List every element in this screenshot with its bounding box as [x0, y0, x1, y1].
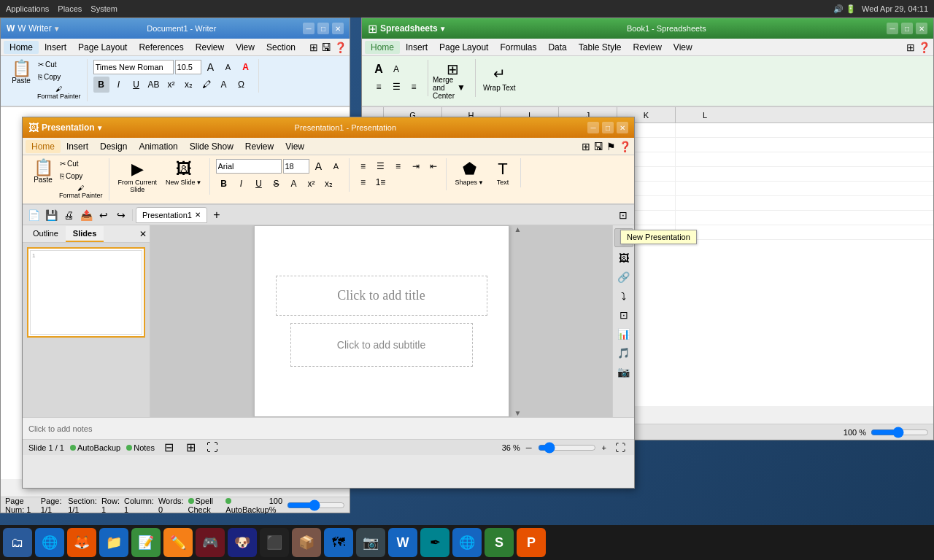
- pres-new-slide-btn[interactable]: 🖼 New Slide ▼: [163, 158, 204, 187]
- scroll-up-arrow[interactable]: ▲: [514, 225, 522, 233]
- pres-zoom-minus[interactable]: ─: [526, 443, 532, 452]
- writer-menu-icon3[interactable]: ❓: [334, 42, 347, 53]
- pres-font-size-selector[interactable]: [283, 159, 309, 174]
- taskbar-gimp[interactable]: 🐶: [228, 528, 257, 557]
- pres-align-center-btn[interactable]: ☰: [373, 158, 389, 174]
- pres-redo-btn[interactable]: ↪: [113, 207, 129, 223]
- pres-font-selector[interactable]: [216, 159, 282, 174]
- spreadsheet-maximize-btn[interactable]: □: [901, 23, 913, 34]
- taskbar-firefox[interactable]: 🦊: [67, 528, 96, 557]
- pres-outdent-btn[interactable]: ⇤: [425, 158, 441, 174]
- writer-maximize-btn[interactable]: □: [317, 23, 329, 34]
- pres-undo-btn[interactable]: ↩: [96, 207, 112, 223]
- ss-align-left-btn[interactable]: ≡: [371, 79, 387, 95]
- pres-align-right-btn[interactable]: ≡: [390, 158, 406, 174]
- shapes-arrow[interactable]: ▼: [478, 179, 484, 186]
- cell-l3[interactable]: [676, 152, 734, 166]
- writer-format-painter-btn[interactable]: 🖌 Format Painter: [36, 84, 82, 101]
- pres-view-grid-btn[interactable]: ⊞: [182, 440, 198, 456]
- pres-print-btn[interactable]: 🖨: [61, 207, 77, 223]
- sidebar-icon-1[interactable]: 🖼: [616, 250, 632, 266]
- cell-l1[interactable]: [676, 123, 734, 137]
- scroll-down-arrow[interactable]: ▼: [514, 409, 522, 417]
- pres-menu-review[interactable]: Review: [239, 140, 279, 153]
- pres-bold-btn[interactable]: B: [216, 176, 232, 192]
- pres-menu-view[interactable]: View: [279, 140, 310, 153]
- taskbar-maps[interactable]: 🗺: [324, 528, 353, 557]
- slide-vscroll[interactable]: ▲ ▼: [514, 225, 522, 417]
- writer-superscript-btn[interactable]: x²: [163, 77, 180, 93]
- pres-save-btn[interactable]: 💾: [43, 207, 59, 223]
- system-places[interactable]: Places: [58, 4, 82, 13]
- taskbar-wps-pres[interactable]: P: [517, 528, 546, 557]
- writer-menu-pagelayout[interactable]: Page Layout: [72, 41, 133, 54]
- writer-bold-btn[interactable]: B: [93, 77, 109, 93]
- ss-align-center-btn[interactable]: ☰: [388, 79, 404, 95]
- pres-format-painter-btn[interactable]: 🖌 Format Painter: [58, 183, 104, 201]
- writer-menu-icon2[interactable]: 🖫: [321, 42, 331, 53]
- sidebar-icon-3[interactable]: ⤵: [616, 288, 632, 304]
- slide-tab-slides[interactable]: Slides: [66, 226, 104, 242]
- cell-l5[interactable]: [676, 182, 734, 195]
- pres-indent-btn[interactable]: ⇥: [408, 158, 424, 174]
- taskbar-files2[interactable]: 📁: [99, 528, 128, 557]
- writer-menu-view[interactable]: View: [230, 41, 260, 54]
- pres-menu-slideshow[interactable]: Slide Show: [184, 140, 239, 153]
- slide-canvas[interactable]: Click to add title Click to add subtitle: [254, 225, 509, 417]
- pres-menu-icon3[interactable]: ⚑: [606, 141, 616, 152]
- col-l-header[interactable]: L: [676, 107, 734, 122]
- pres-copy-btn[interactable]: ⎘ Copy: [58, 171, 104, 182]
- spreadsheet-close-btn[interactable]: ✕: [916, 23, 927, 34]
- pres-doc-tab-close[interactable]: ✕: [195, 211, 201, 219]
- taskbar-pencil[interactable]: ✏️: [163, 528, 193, 557]
- ss-menu-pagelayout[interactable]: Page Layout: [433, 41, 494, 54]
- pres-font-increase-btn[interactable]: A: [311, 158, 327, 174]
- cell-l6[interactable]: [676, 196, 734, 210]
- new-slide-arrow[interactable]: ▼: [196, 179, 202, 186]
- pres-menu-design[interactable]: Design: [94, 140, 133, 153]
- ss-wrap-text-btn[interactable]: Wrap Text: [483, 84, 516, 92]
- writer-menu-home[interactable]: Home: [4, 41, 39, 54]
- pres-close-btn[interactable]: ✕: [617, 122, 628, 133]
- pres-menu-icon4[interactable]: ❓: [619, 141, 631, 152]
- writer-font-increase-btn[interactable]: A: [203, 59, 219, 75]
- pres-minimize-btn[interactable]: ─: [587, 122, 599, 133]
- taskbar-tablet[interactable]: ✒: [420, 528, 449, 557]
- taskbar-wps-spreadsheet[interactable]: S: [485, 528, 514, 557]
- ss-menu-tablestyle[interactable]: Table Style: [573, 41, 628, 54]
- pres-zoom-plus[interactable]: +: [602, 443, 606, 452]
- writer-fontcolor2-btn[interactable]: AB: [146, 77, 162, 93]
- taskbar-files[interactable]: 🗂: [3, 528, 32, 557]
- writer-menu-references[interactable]: References: [133, 41, 189, 54]
- pres-zoom-slider[interactable]: [538, 442, 596, 454]
- pres-underline-btn[interactable]: U: [251, 176, 267, 192]
- writer-highlight-btn[interactable]: 🖍: [198, 77, 215, 93]
- pres-list-btn[interactable]: ≡: [355, 174, 371, 190]
- ss-zoom-slider[interactable]: [871, 427, 929, 438]
- pres-italic-btn[interactable]: I: [234, 176, 250, 192]
- pres-numlist-btn[interactable]: 1≡: [373, 174, 389, 190]
- pres-align-left-btn[interactable]: ≡: [355, 158, 371, 174]
- writer-copy-btn[interactable]: ⎘ Copy: [36, 71, 82, 82]
- sidebar-icon-5[interactable]: 📊: [616, 326, 632, 342]
- spreadsheet-minimize-btn[interactable]: ─: [887, 23, 898, 34]
- writer-italic-btn[interactable]: I: [111, 77, 127, 93]
- spreadsheet-dropdown-arrow[interactable]: ▼: [439, 25, 447, 33]
- slide-thumbnail-1[interactable]: 1: [27, 247, 145, 338]
- sidebar-icon-2[interactable]: 🔗: [616, 269, 632, 285]
- pres-view-full-btn[interactable]: ⛶: [204, 440, 220, 456]
- writer-font-size-selector[interactable]: [175, 60, 201, 74]
- sidebar-icon-4[interactable]: ⊡: [616, 307, 632, 323]
- writer-special-btn[interactable]: Ω: [234, 77, 250, 93]
- sidebar-icon-6[interactable]: 🎵: [616, 345, 632, 361]
- pres-text-btn[interactable]: T Text: [490, 158, 516, 187]
- ss-merge-center-arrow[interactable]: ▼: [453, 79, 469, 96]
- pres-paste-btn[interactable]: 📋 Paste: [30, 158, 56, 185]
- writer-underline-btn[interactable]: U: [128, 77, 144, 93]
- pres-maximize-btn[interactable]: □: [602, 122, 614, 133]
- pres-fit-btn[interactable]: ⛶: [612, 440, 628, 456]
- cell-l4[interactable]: [676, 167, 734, 181]
- pres-superscript-btn[interactable]: x²: [304, 176, 320, 192]
- writer-menu-review[interactable]: Review: [190, 41, 230, 54]
- writer-close-btn[interactable]: ✕: [332, 23, 344, 34]
